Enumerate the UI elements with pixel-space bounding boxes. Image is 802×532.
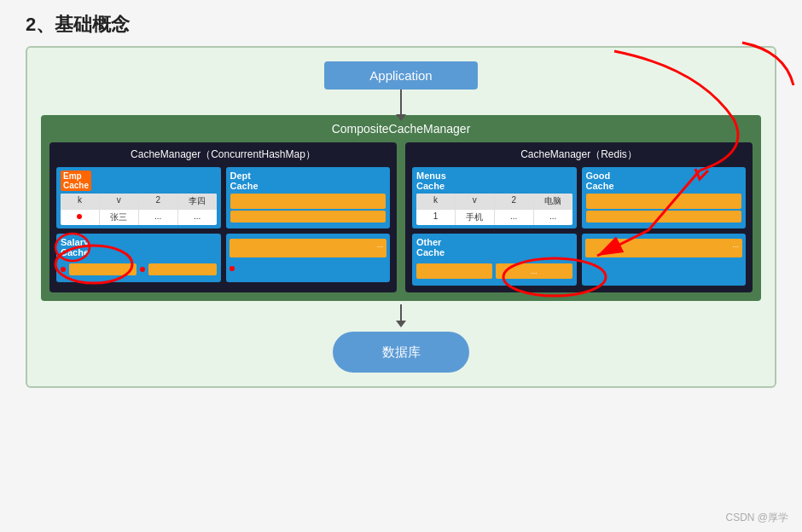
cache-manager-redis-label: CacheManager（Redis） — [412, 147, 746, 162]
salary-red-dot-1 — [61, 267, 66, 272]
menus-cache-table: k v 2 电脑 1 手机 ... ... — [416, 194, 572, 225]
cache-manager-redis: CacheManager（Redis） MenusCache k v 2 电脑 — [405, 142, 753, 292]
menus-cache: MenusCache k v 2 电脑 1 手机 — [412, 167, 577, 228]
menus-header-diannao: 电脑 — [534, 194, 572, 209]
good-cache: GoodCache — [582, 167, 747, 228]
emp-header-k: k — [61, 194, 100, 209]
managers-row: CacheManager（ConcurrentHashMap） EmpCache… — [49, 142, 753, 292]
cache-manager-concurrent-label: CacheManager（ConcurrentHashMap） — [56, 147, 390, 162]
emp-row-v: 张三 — [100, 210, 139, 225]
emp-cache-table: k v 2 李四 张三 ... ... — [61, 194, 217, 225]
other-dots: ... — [531, 267, 538, 275]
diagram-container: Application CompositeCacheManager CacheM… — [26, 46, 776, 388]
good-cache-label: GoodCache — [586, 171, 742, 191]
concurrent-red-dot — [230, 266, 235, 271]
concurrent-orange-big: ... — [230, 239, 387, 257]
other-cache: OtherCache ... — [412, 234, 577, 286]
menus-row-dots: ... — [495, 210, 534, 225]
menus-row-last: ... — [534, 210, 572, 225]
salary-cache: SalaryCache — [56, 234, 221, 282]
emp-header-2: 2 — [139, 194, 178, 209]
emp-row-2: ... — [139, 210, 178, 225]
menus-row-shouj: 手机 — [456, 210, 495, 225]
salary-orange-2 — [148, 263, 216, 275]
menus-row-1: 1 — [416, 210, 456, 225]
dept-orange-2 — [230, 211, 386, 223]
watermark: CSDN @厚学 — [725, 511, 788, 525]
salary-red-dot-2 — [140, 267, 145, 272]
composite-label: CompositeCacheManager — [49, 122, 753, 136]
dept-orange-1 — [230, 194, 386, 209]
dept-cache: DeptCache — [226, 167, 391, 228]
concurrent-dots: ... — [376, 240, 383, 249]
redis-bottom-right: ... — [582, 234, 747, 286]
menus-header-k: k — [416, 194, 456, 209]
arrow-composite-to-db — [400, 304, 402, 321]
page: 2、基础概念 Application CompositeCacheManager… — [0, 0, 802, 532]
redis-orange-big: ... — [585, 239, 743, 257]
redis-dots: ... — [732, 240, 739, 249]
database-oval: 数据库 — [333, 332, 469, 373]
menus-header-v: v — [456, 194, 495, 209]
database-label: 数据库 — [382, 344, 421, 361]
emp-row-k — [61, 210, 100, 225]
other-cache-label: OtherCache — [416, 237, 572, 257]
salary-cache-label: SalaryCache — [61, 237, 217, 257]
page-title: 2、基础概念 — [0, 0, 802, 46]
emp-cache-label: EmpCache — [61, 171, 91, 191]
concurrent-bottom-right: ... — [226, 234, 391, 282]
application-box: Application — [324, 61, 478, 90]
salary-orange-1 — [69, 263, 137, 275]
good-orange-1 — [586, 194, 742, 209]
application-label: Application — [369, 68, 432, 83]
emp-cache: EmpCache k v 2 李四 张三 — [56, 167, 221, 228]
cache-manager-concurrent: CacheManager（ConcurrentHashMap） EmpCache… — [49, 142, 397, 292]
dept-cache-label: DeptCache — [230, 171, 386, 191]
good-orange-2 — [586, 211, 742, 223]
composite-cache-manager: CompositeCacheManager CacheManager（Concu… — [41, 115, 761, 301]
emp-header-v: v — [100, 194, 139, 209]
menus-cache-label: MenusCache — [416, 171, 572, 191]
emp-row-lisi: ... — [178, 210, 217, 225]
other-orange-2: ... — [496, 263, 572, 279]
arrow-app-to-composite — [400, 90, 402, 115]
menus-header-2: 2 — [495, 194, 534, 209]
other-orange-1 — [416, 263, 492, 279]
emp-header-lisi: 李四 — [178, 194, 217, 209]
